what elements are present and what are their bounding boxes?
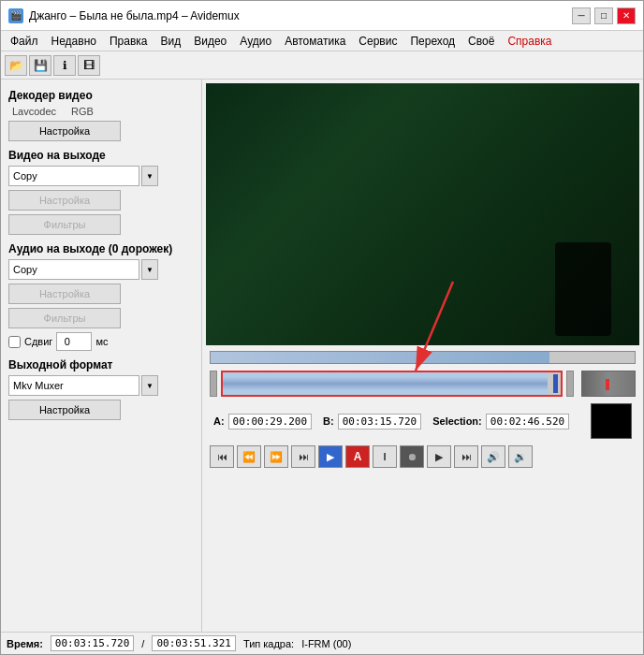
ctrl-forward-end[interactable]: ⏭ [291,445,315,468]
timecode-a-group: A: 00:00:29.200 [213,414,312,429]
video-frame [206,83,639,345]
minimize-button[interactable]: ─ [572,7,591,24]
audio-output-section-title: Аудио на выходе (0 дорожек) [8,242,194,255]
video-preview [206,83,639,345]
menu-auto[interactable]: Автоматика [279,33,351,50]
corner-preview [591,403,632,439]
full-timeline-fill [211,352,549,363]
audio-output-dropdown-row: Copy ▼ [8,259,194,280]
timecodes-row: A: 00:00:29.200 B: 00:03:15.720 Selectio… [210,401,636,441]
toolbar-info[interactable]: ℹ [53,55,76,76]
toolbar-open[interactable]: 📂 [5,55,27,76]
window-title: Джанго – Была не была.mp4 – Avidemux [29,9,240,22]
toolbar: 📂 💾 ℹ 🎞 [1,51,643,80]
shift-value-input[interactable] [56,332,92,351]
selection-value: 00:02:46.520 [486,414,569,429]
time-total: 00:03:51.321 [152,635,235,651]
menu-audio[interactable]: Аудио [234,33,277,50]
audio-output-dropdown-arrow[interactable]: ▼ [141,259,158,280]
output-format-dropdown-row: Mkv Muxer ▼ [8,375,194,396]
menu-help[interactable]: Справка [502,33,557,50]
ctrl-forward[interactable]: ⏩ [264,445,288,468]
timeline-cursor-marker [553,374,558,393]
window-controls: ─ □ ✕ [572,7,636,24]
timeline-row [210,371,636,397]
ctrl-play[interactable]: ▶ [318,445,343,468]
preview-marker [606,379,609,390]
ctrl-mark-a[interactable]: A [345,445,370,468]
menu-custom[interactable]: Своё [462,33,500,50]
video-output-dropdown-arrow[interactable]: ▼ [141,166,158,186]
title-bar-left: 🎬 Джанго – Была не была.mp4 – Avidemux [8,8,240,23]
toolbar-save[interactable]: 💾 [29,55,51,76]
controls-row: ⏮ ⏪ ⏩ ⏭ ▶ A I ⏺ ▶ ⏭ 🔊 🔉 [210,444,636,470]
video-figure [555,242,611,336]
title-bar: 🎬 Джанго – Была не была.mp4 – Avidemux ─… [1,1,643,31]
right-panel: A: 00:00:29.200 B: 00:03:15.720 Selectio… [202,80,643,632]
menubar: Файл Недавно Правка Вид Видео Аудио Авто… [1,31,643,51]
status-bar: Время: 00:03:15.720 / 00:03:51.321 Тип к… [1,632,643,654]
toolbar-film[interactable]: 🎞 [78,55,100,76]
main-timeline[interactable] [221,371,563,397]
decoder-codec: Lavcodec [12,106,56,117]
audio-output-settings-button[interactable]: Настройка [8,284,121,304]
menu-video[interactable]: Видео [188,33,232,50]
time-separator: / [141,638,144,649]
ctrl-mark-b[interactable]: I [373,445,397,468]
time-label: Время: [7,638,43,649]
ctrl-vol2[interactable]: 🔉 [508,445,533,468]
timecode-a-value: 00:00:29.200 [228,414,312,429]
output-format-dropdown-arrow[interactable]: ▼ [141,375,158,396]
selection-group: Selection: 00:02:46.520 [432,414,569,429]
decoder-format: RGB [71,106,94,117]
menu-goto[interactable]: Переход [404,33,461,50]
timeline-right-pad [566,371,574,397]
menu-recent[interactable]: Недавно [46,33,102,50]
selection-label: Selection: [432,415,482,427]
ctrl-end2[interactable]: ⏭ [454,445,478,468]
app-icon: 🎬 [8,8,23,23]
main-window: 🎬 Джанго – Была не была.mp4 – Avidemux ─… [0,0,644,655]
timeline-left-pad [210,371,217,397]
video-output-section-title: Видео на выходе [8,149,194,162]
menu-file[interactable]: Файл [5,33,44,50]
ctrl-play2[interactable]: ▶ [427,445,451,468]
timecode-b-group: B: 00:03:15.720 [323,414,421,429]
output-format-select[interactable]: Mkv Muxer [8,375,139,396]
menu-service[interactable]: Сервис [353,33,402,50]
ctrl-vol1[interactable]: 🔊 [481,445,505,468]
shift-label: Сдвиг [24,336,52,347]
maximize-button[interactable]: □ [594,7,613,24]
menu-edit[interactable]: Правка [104,33,154,50]
menu-view[interactable]: Вид [155,33,187,50]
timecode-b-label: B: [323,415,334,427]
ctrl-rewind[interactable]: ⏪ [237,445,261,468]
main-content: Декодер видео Lavcodec RGB Настройка Вид… [1,80,643,632]
ctrl-rewind-start[interactable]: ⏮ [210,445,234,468]
shift-unit: мс [95,336,108,347]
side-previews [581,371,636,397]
shift-row: Сдвиг мс [8,332,194,351]
shift-checkbox[interactable] [8,336,21,348]
frame-type-label: Тип кадра: [243,638,294,649]
time-current: 00:03:15.720 [51,635,134,651]
left-panel: Декодер видео Lavcodec RGB Настройка Вид… [1,80,202,632]
video-output-filters-button[interactable]: Фильтры [8,214,121,235]
audio-output-filters-button[interactable]: Фильтры [8,308,121,328]
output-format-settings-button[interactable]: Настройка [8,400,121,420]
audio-output-select[interactable]: Copy [8,259,139,280]
side-preview-top [581,371,636,397]
frame-type-value: I-FRM (00) [301,638,351,649]
ctrl-record[interactable]: ⏺ [400,445,424,468]
bottom-section: A: 00:00:29.200 B: 00:03:15.720 Selectio… [206,349,639,470]
output-format-section-title: Выходной формат [8,358,194,371]
timeline-filled-area [223,372,548,395]
video-output-settings-button[interactable]: Настройка [8,190,121,211]
timecode-b-value: 00:03:15.720 [338,414,421,429]
timecode-a-label: A: [213,415,225,427]
decoder-section-title: Декодер видео [8,89,194,102]
video-output-select[interactable]: Copy [8,166,139,186]
full-timeline[interactable] [210,351,636,364]
close-button[interactable]: ✕ [617,7,636,24]
decoder-settings-button[interactable]: Настройка [8,121,121,141]
